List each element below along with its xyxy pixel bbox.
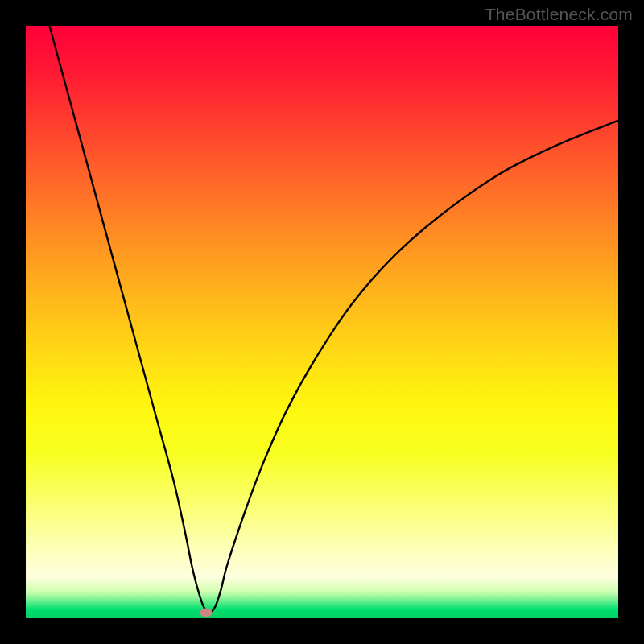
watermark-text: TheBottleneck.com <box>485 5 633 24</box>
bottleneck-curve <box>49 26 618 613</box>
chart-frame: TheBottleneck.com <box>0 0 644 644</box>
plot-area <box>26 26 618 618</box>
curve-svg <box>26 26 618 618</box>
optimum-marker <box>200 608 213 617</box>
